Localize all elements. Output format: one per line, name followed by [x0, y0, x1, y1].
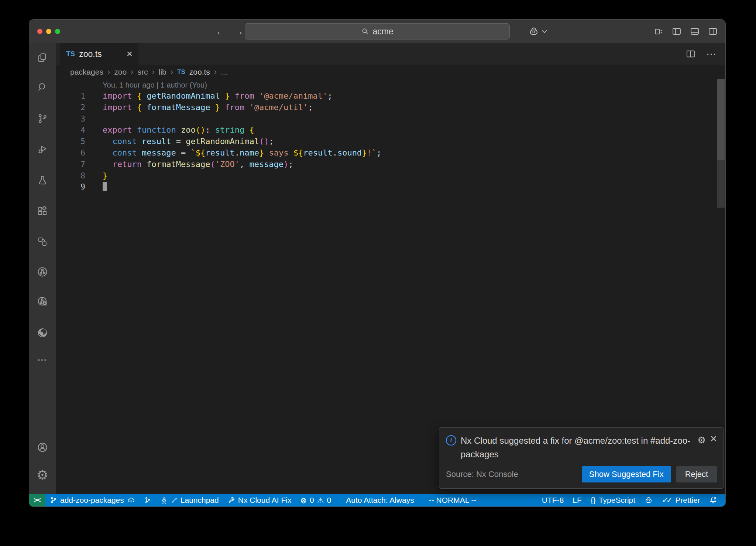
notification-close-icon[interactable]: ×: [710, 434, 717, 444]
typescript-file-icon: TS: [66, 50, 75, 58]
more-actions-icon[interactable]: ⋯: [706, 48, 717, 60]
auto-attach-status[interactable]: Auto Attach: Always: [341, 494, 418, 506]
split-editor-icon[interactable]: [685, 49, 696, 59]
nx-cloud-ai-fix-label: Nx Cloud AI Fix: [238, 496, 292, 505]
line-number: 2: [56, 102, 85, 113]
launchpad-label: Launchpad: [181, 496, 219, 505]
show-suggested-fix-button[interactable]: Show Suggested Fix: [582, 466, 671, 482]
rocket-icon: [160, 496, 168, 504]
error-icon: ⊗: [300, 496, 307, 504]
eol-status[interactable]: LF: [568, 494, 586, 506]
close-window-button[interactable]: [37, 29, 42, 34]
more-views-icon[interactable]: ⋯: [29, 352, 56, 368]
line-content[interactable]: import { formatMessage } from '@acme/uti…: [85, 102, 313, 113]
breadcrumb-item-packages[interactable]: packages: [70, 68, 103, 76]
layout-controls: [654, 20, 718, 43]
language-status[interactable]: {} TypeScript: [586, 494, 640, 506]
code-line[interactable]: 5 const result = getRandomAnimal();: [56, 136, 725, 147]
nx-console-icon[interactable]: [29, 233, 56, 250]
toast-message: Nx Cloud suggested a fix for @acme/zoo:t…: [461, 434, 693, 461]
breadcrumb-item-lib[interactable]: lib: [159, 68, 166, 76]
code-line[interactable]: 2import { formatMessage } from '@acme/ut…: [56, 102, 725, 113]
notification-settings-gear-icon[interactable]: ⚙: [697, 435, 705, 446]
explorer-icon[interactable]: [29, 50, 56, 66]
tab-zoo-ts[interactable]: TS zoo.ts ×: [60, 43, 138, 65]
copilot-status[interactable]: [640, 494, 657, 506]
breadcrumb-item-zoo[interactable]: zoo: [114, 68, 127, 76]
wrench-icon: [228, 496, 235, 504]
code-lines: 1import { getRandomAnimal } from '@acme/…: [56, 91, 725, 193]
tab-bar: TS zoo.ts × ⋯: [56, 43, 725, 65]
tab-close-icon[interactable]: ×: [127, 49, 133, 59]
customize-layout-icon[interactable]: [654, 27, 664, 37]
main-area: ⋯ ⚙ TS zoo.ts × ⋯: [29, 43, 725, 494]
code-line[interactable]: 1import { getRandomAnimal } from '@acme/…: [56, 91, 725, 102]
line-content[interactable]: const result = getRandomAnimal();: [85, 136, 274, 147]
zoom-window-button[interactable]: [55, 29, 60, 34]
line-number: 6: [56, 147, 85, 159]
code-line[interactable]: 7 return formatMessage('ZOO', message);: [56, 159, 725, 170]
testing-icon[interactable]: [29, 172, 56, 188]
line-number: 3: [56, 113, 85, 125]
reject-button[interactable]: Reject: [676, 466, 717, 482]
bell-dot-icon: [709, 496, 717, 504]
notification-toast: i Nx Cloud suggested a fix for @acme/zoo…: [439, 427, 724, 489]
settings-gear-icon[interactable]: ⚙: [29, 467, 56, 483]
source-control-graph-status[interactable]: [140, 494, 156, 506]
encoding-status[interactable]: UTF-8: [537, 494, 568, 506]
toggle-primary-sidebar-icon[interactable]: [671, 26, 682, 37]
nx-cloud-ai-fix-status[interactable]: Nx Cloud AI Fix: [223, 494, 296, 506]
line-content[interactable]: const message = `${result.name} says ${r…: [85, 147, 381, 159]
notifications-bell[interactable]: [705, 494, 722, 506]
toggle-secondary-sidebar-icon[interactable]: [708, 26, 718, 37]
nx-cloud-icon[interactable]: [29, 264, 56, 280]
line-number: 9: [56, 181, 85, 193]
git-branch-status[interactable]: add-zoo-packages: [45, 494, 140, 506]
breadcrumb-item-src[interactable]: src: [137, 68, 148, 76]
code-line[interactable]: 3: [56, 113, 725, 125]
line-number: 5: [56, 136, 85, 147]
nx-project-graph-icon[interactable]: [29, 293, 56, 310]
line-content[interactable]: [85, 181, 107, 193]
double-check-icon: ✓✓: [662, 496, 672, 505]
extensions-icon[interactable]: [29, 203, 56, 219]
editor-scrollbar-track[interactable]: [717, 160, 725, 208]
traffic-lights: [37, 29, 60, 34]
edge-browser-icon[interactable]: [29, 325, 56, 341]
vim-mode-status[interactable]: -- NORMAL --: [425, 494, 481, 506]
source-control-icon[interactable]: [29, 110, 56, 127]
chevron-down-icon: [542, 30, 547, 33]
code-line[interactable]: 6 const message = `${result.name} says $…: [56, 147, 725, 159]
forward-arrow-icon[interactable]: →: [234, 26, 244, 37]
minimize-window-button[interactable]: [46, 29, 51, 34]
chevron-right-icon: ›: [214, 67, 217, 77]
info-icon: i: [446, 435, 456, 446]
breadcrumb-more[interactable]: ...: [221, 68, 227, 76]
line-content[interactable]: [85, 113, 103, 125]
editor-scrollbar-thumb[interactable]: [717, 79, 725, 160]
launchpad-status[interactable]: Launchpad: [156, 494, 223, 506]
search-sidebar-icon[interactable]: [29, 79, 56, 95]
code-line[interactable]: 8}: [56, 170, 725, 182]
copilot-menu[interactable]: [528, 20, 547, 43]
chevron-right-icon: ›: [131, 67, 133, 77]
line-content[interactable]: import { getRandomAnimal } from '@acme/a…: [85, 91, 333, 102]
chevron-right-icon: ›: [171, 67, 173, 77]
git-blame-annotation: You, 1 hour ago | 1 author (You): [56, 79, 725, 91]
remote-indicator[interactable]: ><: [29, 494, 45, 506]
toggle-panel-icon[interactable]: [690, 26, 700, 37]
line-content[interactable]: export function zoo(): string {: [85, 124, 254, 136]
chevron-right-icon: ›: [107, 67, 110, 77]
branch-name: add-zoo-packages: [60, 496, 124, 505]
line-content[interactable]: }: [85, 170, 107, 182]
formatter-status[interactable]: ✓✓ Prettier: [657, 494, 705, 506]
line-content[interactable]: return formatMessage('ZOO', message);: [85, 159, 293, 170]
accounts-icon[interactable]: [29, 439, 56, 455]
code-line[interactable]: 9: [56, 181, 725, 193]
code-line[interactable]: 4export function zoo(): string {: [56, 124, 725, 136]
command-center-search[interactable]: acme: [245, 23, 510, 40]
back-arrow-icon[interactable]: ←: [216, 26, 226, 37]
run-debug-icon[interactable]: [29, 141, 56, 157]
problems-status[interactable]: ⊗ 0 ⚠ 0: [296, 494, 336, 506]
breadcrumb-item-file[interactable]: zoo.ts: [189, 68, 210, 76]
